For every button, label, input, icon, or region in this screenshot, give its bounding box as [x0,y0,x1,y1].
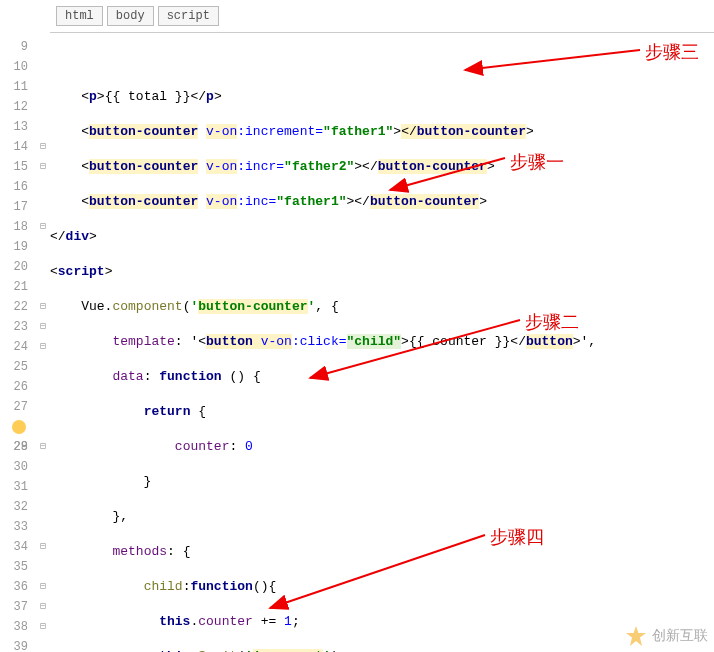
watermark: 创新互联 [626,626,708,646]
watermark-icon [626,626,646,646]
ann-step2: 步骤二 [525,310,579,334]
fold-column: ⊟⊟ ⊟⊟⊟⊟ ⊟ ⊟⊟⊟⊟ [36,33,50,652]
crumb-script[interactable]: script [158,6,219,26]
line-10: <p>{{ total }}</p> [50,87,714,107]
ann-step1: 步骤一 [510,150,564,174]
crumb-body[interactable]: body [107,6,154,26]
bulb-icon[interactable] [12,420,26,434]
line-22: }, [50,507,714,527]
line-20: counter: 0 [50,437,714,457]
line-11: <button-counter v-on:increment="father1"… [50,122,714,142]
line-15: <script> [50,262,714,282]
ann-step4: 步骤四 [490,525,544,549]
crumb-html[interactable]: html [56,6,103,26]
line-23: methods: { [50,542,714,562]
line-13: <button-counter v-on:inc="father1"></but… [50,192,714,212]
line-16: Vue.component('button-counter', { [50,297,714,317]
breadcrumb: html body script [50,0,714,33]
line-26: this.$emit('increment'); [50,647,714,652]
line-19: return { [50,402,714,422]
ann-step3: 步骤三 [645,40,699,64]
line-12: <button-counter v-on:incr="father2"></bu… [50,157,714,177]
line-9 [50,52,714,72]
line-25: this.counter += 1; [50,612,714,632]
line-18: data: function () { [50,367,714,387]
editor: 9101112131415 16171819202122 2324252627 … [0,33,714,652]
line-14: </div> [50,227,714,247]
gutter: 9101112131415 16171819202122 2324252627 … [0,33,36,652]
watermark-text: 创新互联 [652,627,708,645]
line-17: template: '<button v-on:click="child">{{… [50,332,714,352]
code-area[interactable]: <p>{{ total }}</p> <button-counter v-on:… [50,33,714,652]
line-21: } [50,472,714,492]
line-24: child:function(){ [50,577,714,597]
